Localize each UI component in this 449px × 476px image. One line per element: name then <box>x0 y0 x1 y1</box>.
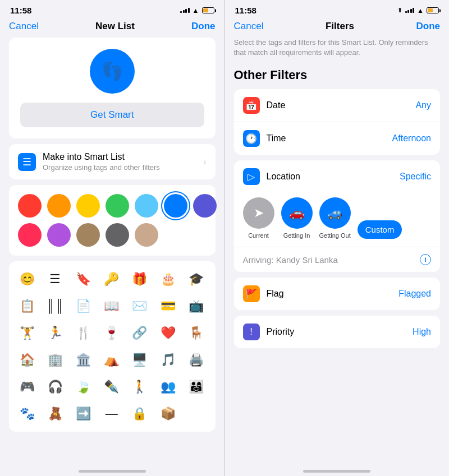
smart-list-text: Make into Smart List Organize using tags… <box>43 152 196 172</box>
color-purple[interactable] <box>193 194 217 218</box>
color-pink[interactable] <box>18 223 42 247</box>
priority-filter-row[interactable]: ! Priority High <box>234 316 441 348</box>
info-icon[interactable]: i <box>420 254 431 265</box>
icon-lock[interactable]: 🔒 <box>129 403 151 425</box>
cancel-button-right[interactable]: Cancel <box>234 21 264 32</box>
flag-filter-row[interactable]: 🚩 Flag Flagged <box>234 278 441 310</box>
loc-option-custom[interactable]: Custom <box>358 220 402 239</box>
status-bar-right: 11:58 ⬆ ▲ <box>225 0 450 19</box>
loc-circle-current[interactable]: ➤ <box>243 197 274 229</box>
right-screen: 11:58 ⬆ ▲ Cancel Filters Done Select the… <box>225 0 450 476</box>
icon-card[interactable]: 💳 <box>157 295 179 317</box>
icon-book[interactable]: 📖 <box>100 295 123 317</box>
left-scroll-content: 👣 Get Smart ☰ Make into Smart List Organ… <box>0 38 224 459</box>
color-grid <box>18 194 207 247</box>
icon-bookmark[interactable]: 🔖 <box>72 268 94 290</box>
color-light-blue[interactable] <box>135 194 158 218</box>
icon-family[interactable]: 👨‍👩‍👧 <box>185 376 207 398</box>
icon-box[interactable]: 📦 <box>157 403 179 425</box>
icon-monitor[interactable]: 🖥️ <box>129 349 151 371</box>
icon-headphones[interactable]: 🎧 <box>44 376 66 398</box>
icon-emoji[interactable]: 😊 <box>16 268 38 290</box>
icon-heart[interactable]: ❤️ <box>157 322 179 344</box>
icon-email[interactable]: ✉️ <box>129 295 151 317</box>
icon-chair[interactable]: 🪑 <box>185 322 207 344</box>
icon-gift[interactable]: 🎁 <box>129 268 151 290</box>
smart-list-subtitle: Organize using tags and other filters <box>43 163 196 172</box>
icon-cake[interactable]: 🎂 <box>157 268 179 290</box>
time-filter-row[interactable]: 🕐 Time Afternoon <box>234 122 441 155</box>
loc-option-getting-in[interactable]: 🚗 Getting In <box>281 197 313 239</box>
date-filter-row[interactable]: 📅 Date Any <box>234 89 441 122</box>
list-icon-circle[interactable]: 👣 <box>90 49 135 94</box>
status-bar-left: 11:58 ▲ <box>0 0 224 19</box>
wifi-icon: ▲ <box>193 7 199 15</box>
icon-minus[interactable]: — <box>100 403 123 425</box>
get-smart-button[interactable]: Get Smart <box>20 103 204 127</box>
color-blue[interactable] <box>164 194 187 218</box>
calendar-icon: 📅 <box>245 100 257 112</box>
status-icons-left: ▲ <box>180 7 214 15</box>
color-tan[interactable] <box>135 223 158 247</box>
color-row-1 <box>18 194 207 218</box>
location-card: ▷ Location Specific ➤ Current 🚗 Getting … <box>234 160 441 272</box>
color-yellow[interactable] <box>76 194 100 218</box>
icon-barcode[interactable]: ║║ <box>44 295 66 317</box>
icon-printer[interactable]: 🖨️ <box>185 349 207 371</box>
icon-person[interactable]: 🚶 <box>129 376 151 398</box>
loc-circle-getting-out[interactable]: 🚙 <box>319 197 351 229</box>
icon-running[interactable]: 🏃 <box>44 322 66 344</box>
loc-circle-getting-in[interactable]: 🚗 <box>281 197 313 229</box>
icon-screen[interactable]: 📺 <box>185 295 207 317</box>
icon-link[interactable]: 🔗 <box>129 322 151 344</box>
cancel-button-left[interactable]: Cancel <box>9 21 39 32</box>
icon-temple[interactable]: 🏛️ <box>72 349 94 371</box>
icon-building[interactable]: 🏢 <box>44 349 66 371</box>
icon-list[interactable]: ☰ <box>44 268 66 290</box>
icon-bear[interactable]: 🧸 <box>44 403 66 425</box>
custom-pill[interactable]: Custom <box>358 220 402 239</box>
icon-fork[interactable]: 🍴 <box>72 322 94 344</box>
color-green[interactable] <box>106 194 129 218</box>
priority-icon: ! <box>250 326 253 338</box>
icon-music[interactable]: 🎵 <box>157 349 179 371</box>
location-header-row[interactable]: ▷ Location Specific <box>234 160 441 193</box>
battery-icon <box>202 7 214 13</box>
flag-value: Flagged <box>398 289 431 299</box>
icon-leaf[interactable]: 🍃 <box>72 376 94 398</box>
icon-wine[interactable]: 🍷 <box>100 322 123 344</box>
signal-icon <box>180 8 190 13</box>
icon-tent[interactable]: ⛺ <box>100 349 123 371</box>
icon-house[interactable]: 🏠 <box>16 349 38 371</box>
done-button-left[interactable]: Done <box>191 21 216 32</box>
home-indicator-left <box>0 459 224 476</box>
icon-picker-section: 😊 ☰ 🔖 🔑 🎁 🎂 🎓 📋 ║║ 📄 📖 ✉️ 💳 📺 🏋 🏃 🍴 🍷 🔗 <box>9 261 216 432</box>
loc-option-current[interactable]: ➤ Current <box>243 197 274 239</box>
icon-gamepad[interactable]: 🎮 <box>16 376 38 398</box>
color-red[interactable] <box>18 194 42 218</box>
loc-option-getting-out[interactable]: 🚙 Getting Out <box>319 197 351 239</box>
icon-clipboard[interactable]: 📋 <box>16 295 38 317</box>
icon-key[interactable]: 🔑 <box>100 268 123 290</box>
getting-in-icon: 🚗 <box>289 206 304 220</box>
right-scroll-content: Select the tags and filters for this Sma… <box>225 38 450 459</box>
icon-page[interactable]: 📄 <box>72 295 94 317</box>
icon-arrow[interactable]: ➡️ <box>72 403 94 425</box>
done-button-right[interactable]: Done <box>416 21 440 32</box>
smart-list-row[interactable]: ☰ Make into Smart List Organize using ta… <box>9 144 216 179</box>
priority-icon-wrap: ! <box>243 324 260 340</box>
icon-dumbbell[interactable]: 🏋 <box>16 322 38 344</box>
color-gray[interactable] <box>106 223 129 247</box>
signal-icon-right <box>405 8 415 13</box>
icon-graduate[interactable]: 🎓 <box>185 268 207 290</box>
color-violet[interactable] <box>47 223 71 247</box>
status-icons-right: ⬆ ▲ <box>397 7 439 15</box>
color-orange[interactable] <box>47 194 71 218</box>
flag-icon-wrap: 🚩 <box>243 285 260 302</box>
location-arrow-filter-icon: ▷ <box>248 171 255 183</box>
page-title-left: New List <box>95 21 135 32</box>
color-brown[interactable] <box>76 223 100 247</box>
icon-two-people[interactable]: 👥 <box>157 376 179 398</box>
icon-paw[interactable]: 🐾 <box>16 403 38 425</box>
icon-pen[interactable]: ✒️ <box>100 376 123 398</box>
